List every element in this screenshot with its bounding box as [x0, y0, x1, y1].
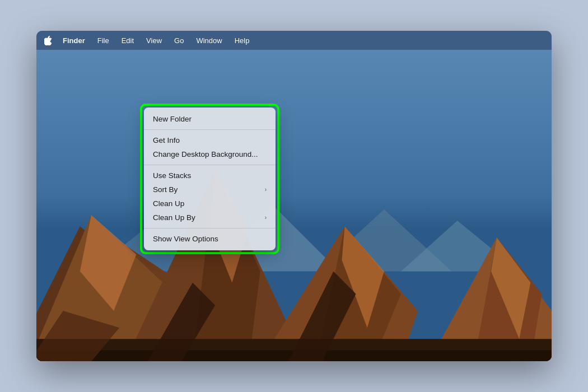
menu-item-sort-by[interactable]: Sort By › — [144, 183, 276, 197]
menubar: Finder File Edit View Go Window Help — [36, 31, 552, 50]
screen: Finder File Edit View Go Window Help New… — [36, 31, 552, 361]
menu-item-use-stacks[interactable]: Use Stacks — [144, 169, 276, 183]
divider-3 — [144, 228, 276, 228]
menu-section-2: Get Info Change Desktop Background... — [144, 132, 276, 162]
context-menu-wrapper: New Folder Get Info Change Desktop Backg… — [140, 104, 279, 254]
clean-up-by-chevron: › — [265, 214, 267, 221]
menubar-help[interactable]: Help — [230, 35, 255, 46]
menu-item-new-folder[interactable]: New Folder — [144, 112, 276, 126]
menu-item-get-info[interactable]: Get Info — [144, 133, 276, 147]
apple-icon[interactable] — [43, 35, 53, 45]
menubar-view[interactable]: View — [141, 35, 167, 46]
mountain-illustration — [36, 114, 552, 362]
menu-section-1: New Folder — [144, 111, 276, 127]
menubar-go[interactable]: Go — [169, 35, 189, 46]
highlight-border: New Folder Get Info Change Desktop Backg… — [140, 104, 279, 254]
desktop-background — [36, 31, 552, 361]
divider-2 — [144, 165, 276, 165]
menu-item-clean-up[interactable]: Clean Up — [144, 197, 276, 211]
menubar-edit[interactable]: Edit — [116, 35, 139, 46]
menubar-file[interactable]: File — [92, 35, 114, 46]
menubar-window[interactable]: Window — [191, 35, 227, 46]
sort-by-chevron: › — [265, 186, 267, 193]
menu-item-clean-up-by[interactable]: Clean Up By › — [144, 211, 276, 225]
menu-item-change-desktop-bg[interactable]: Change Desktop Background... — [144, 147, 276, 161]
divider-1 — [144, 129, 276, 130]
menu-item-show-view-options[interactable]: Show View Options — [144, 232, 276, 246]
menubar-finder[interactable]: Finder — [58, 35, 90, 46]
context-menu: New Folder Get Info Change Desktop Backg… — [144, 108, 276, 250]
menu-section-3: Use Stacks Sort By › Clean Up Clean Up B… — [144, 167, 276, 226]
menu-section-4: Show View Options — [144, 231, 276, 247]
